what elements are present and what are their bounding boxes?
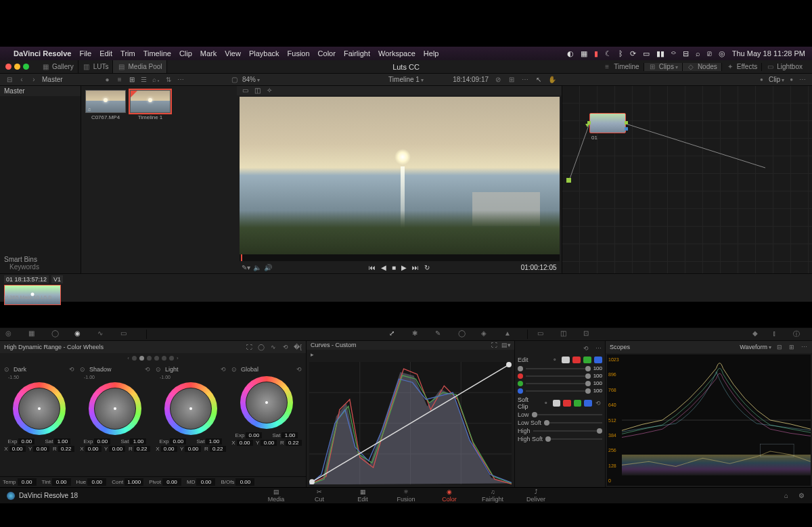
grid-icon[interactable]: ⊞ — [508, 76, 516, 84]
settings-icon[interactable]: ⚙ — [797, 492, 805, 500]
rgb-mixer-icon[interactable]: ∿ — [97, 329, 111, 339]
page-fairlight[interactable]: ♫Fairlight — [471, 488, 514, 503]
wheel-global[interactable]: ⊙Global⟲ Exp0.00Sat1.00 X0.00Y0.00R0.22 — [230, 365, 303, 474]
wheel-options-icon[interactable]: �{ — [294, 343, 302, 351]
reset-icon[interactable]: ⟲ — [281, 343, 290, 351]
scope-toggle-icon[interactable]: ⫿ — [773, 329, 786, 339]
color-menu[interactable]: Color — [318, 49, 336, 58]
scope-grid-icon[interactable]: ⊞ — [788, 343, 796, 351]
tray-icon[interactable]: ◐ — [567, 49, 574, 58]
clip-menu[interactable]: Clip — [179, 49, 192, 58]
clip-thumb-selected[interactable]: Timeline 1 — [130, 90, 171, 269]
control-icon[interactable]: ⊟ — [683, 49, 689, 58]
keywords-bin[interactable]: Keywords — [4, 263, 76, 271]
warper-icon[interactable]: ✱ — [412, 329, 426, 339]
grid-view-icon[interactable]: ⊞ — [128, 76, 136, 84]
play-curve-icon[interactable]: ▸ — [311, 351, 314, 358]
chan-r[interactable] — [572, 357, 581, 363]
zoom-value[interactable]: 84% — [242, 76, 260, 83]
curve-expand-icon[interactable]: ⛶ — [490, 341, 498, 349]
wifi-icon[interactable]: ⌔ — [671, 49, 676, 58]
playback-menu[interactable]: Playback — [249, 49, 279, 58]
bluetooth-icon[interactable]: ᛒ — [618, 49, 623, 58]
scope-layout-icon[interactable]: ⊟ — [775, 343, 784, 351]
expand-icon[interactable]: ⛶ — [245, 343, 253, 351]
img-wipe-icon[interactable]: ▭ — [241, 87, 249, 95]
chan-g[interactable] — [583, 357, 591, 363]
tracker-icon[interactable]: ◈ — [481, 329, 495, 339]
split-icon[interactable]: ◫ — [253, 87, 261, 95]
key-icon[interactable]: ◫ — [560, 329, 574, 339]
sc-b[interactable] — [584, 400, 591, 407]
curve-mode-icon[interactable]: ▤▾ — [502, 341, 510, 349]
wheel-mode-icon[interactable]: ◯ — [257, 343, 265, 351]
sort-icon[interactable]: ⇅ — [164, 76, 173, 84]
primaries-icon[interactable]: ◯ — [51, 329, 65, 339]
curves-icon[interactable]: ⤢ — [389, 329, 403, 339]
options-icon[interactable]: ⋯ — [177, 76, 185, 84]
fit-icon[interactable]: ▢ — [230, 76, 238, 84]
timeline-toggle[interactable]: ≡Timeline — [599, 63, 644, 71]
page-deliver[interactable]: ⤴Deliver — [514, 488, 558, 503]
app-menu[interactable]: DaVinci Resolve — [14, 49, 71, 58]
stop-icon[interactable]: ■ — [392, 264, 396, 271]
window-controls[interactable] — [5, 64, 29, 70]
loop-icon[interactable]: ↻ — [424, 264, 430, 271]
last-frame-icon[interactable]: ⏭ — [412, 264, 419, 271]
fairlight-menu[interactable]: Fairlight — [344, 49, 370, 58]
sync-icon[interactable]: ⟳ — [630, 49, 636, 58]
page-fusion[interactable]: ⚛Fusion — [384, 488, 428, 503]
page-cut[interactable]: ✂Cut — [298, 488, 341, 503]
clip-dropdown[interactable]: Clip — [769, 76, 784, 83]
clips-toggle[interactable]: ⊞Clips — [644, 63, 683, 71]
magic-icon[interactable]: ▲ — [504, 329, 518, 339]
display-icon[interactable]: ▭ — [643, 49, 650, 58]
sc-link-icon[interactable]: ⚬ — [542, 399, 549, 407]
color-tag-icon[interactable]: ● — [104, 76, 112, 84]
arrow-tool-icon[interactable]: ↖ — [535, 76, 543, 84]
nav-back-icon[interactable]: ‹ — [18, 76, 26, 84]
scope-options-icon[interactable]: ⋯ — [800, 343, 808, 351]
file-menu[interactable]: File — [79, 49, 91, 58]
clock[interactable]: Thu May 18 11:28 PM — [732, 49, 805, 58]
timeline-dropdown[interactable]: Timeline 1 — [388, 76, 424, 83]
blur-icon[interactable]: ▭ — [537, 329, 551, 339]
bin-view-icon[interactable]: ⊟ — [5, 76, 14, 84]
wheel-shadow[interactable]: ⊙Shadow⟲ -1.00 Exp0.00Sat1.00 X0.00Y0.00… — [78, 365, 152, 474]
viewer-scrubber[interactable] — [240, 254, 560, 261]
chan-y[interactable] — [562, 357, 570, 363]
timeline-menu[interactable]: Timeline — [143, 49, 171, 58]
sc-reset-icon[interactable]: ⟲ — [582, 344, 590, 352]
hdr-wheels-icon[interactable]: ◉ — [74, 329, 88, 339]
chan-b[interactable] — [594, 357, 602, 363]
page-color[interactable]: ◉Color — [428, 488, 471, 503]
sc-options-icon[interactable]: ⋯ — [594, 344, 602, 352]
viewer-options-icon[interactable]: ⋯ — [521, 76, 529, 84]
smart-bins-label[interactable]: Smart Bins — [4, 256, 76, 263]
window-icon[interactable]: ◯ — [458, 329, 472, 339]
sc-y[interactable] — [553, 400, 560, 407]
wheel-light[interactable]: ⊙Light⟲ -1.00 Exp0.00Sat1.00 X0.00Y0.00R… — [154, 365, 227, 474]
fusion-menu[interactable]: Fusion — [288, 49, 310, 58]
mute-icon[interactable]: 🔈 — [253, 263, 261, 271]
search-icon[interactable]: ⌕▾ — [152, 76, 160, 84]
effects-toggle[interactable]: ✦Effects — [722, 63, 762, 71]
viewer-timecode[interactable]: 18:14:09:17 — [453, 76, 489, 83]
page-media[interactable]: ▤Media — [254, 488, 298, 503]
vol-icon[interactable]: 🔊 — [264, 263, 272, 271]
lightbox-toggle[interactable]: ▭Lightbox — [762, 63, 807, 71]
thumb-view-icon[interactable]: ☰ — [140, 76, 148, 84]
sc-reset2-icon[interactable]: ⟲ — [595, 399, 602, 407]
node-options-icon[interactable]: ⋯ — [798, 76, 807, 84]
motion-icon[interactable]: ▭ — [120, 329, 134, 339]
play-icon[interactable]: ▶ — [401, 264, 407, 271]
tray-icon[interactable]: ▮ — [594, 49, 598, 58]
list-view-icon[interactable]: ≡ — [116, 76, 124, 84]
moon-icon[interactable]: ☾ — [605, 49, 612, 58]
edit-menu[interactable]: Edit — [99, 49, 112, 58]
link-icon[interactable]: ⚬ — [551, 356, 559, 364]
sizing-icon[interactable]: ⊡ — [583, 329, 597, 339]
tray-icon[interactable]: ▦ — [581, 49, 587, 58]
keyframe-icon[interactable]: ◆ — [752, 329, 766, 339]
wheel-dark[interactable]: ⊙Dark⟲ -1.50 Exp0.00Sat1.00 X0.00Y0.00R0… — [3, 365, 76, 474]
